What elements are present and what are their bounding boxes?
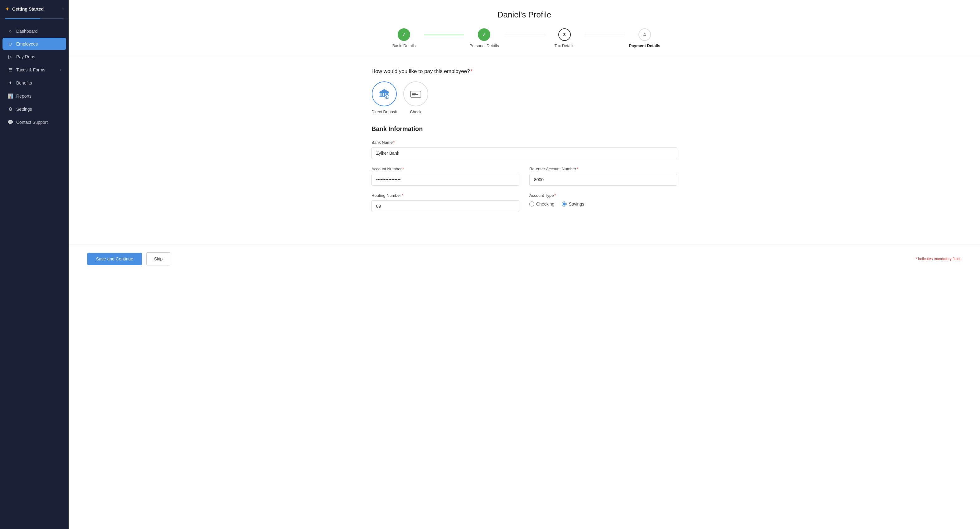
sidebar-label-dashboard: Dashboard: [16, 29, 38, 34]
step-connector-2: [504, 35, 544, 35]
svg-rect-12: [412, 94, 418, 95]
sidebar-item-contact-support[interactable]: 💬 Contact Support: [3, 116, 66, 129]
sidebar-header: ✦ Getting Started ›: [0, 0, 68, 18]
step-basic-details: ✓ Basic Details: [384, 29, 424, 48]
sidebar-progress-bar-container: [5, 18, 64, 19]
sidebar-progress-fill: [5, 18, 40, 19]
sidebar-item-reports[interactable]: 📊 Reports: [3, 90, 66, 102]
routing-number-label: Routing Number*: [371, 193, 519, 198]
account-number-input[interactable]: [371, 174, 519, 186]
form-footer: Save and Continue Skip * indicates manda…: [68, 245, 980, 273]
account-type-group: Account Type* Checking Savings: [529, 193, 677, 212]
check-circle[interactable]: [403, 81, 428, 106]
re-enter-account-label: Re-enter Account Number*: [529, 167, 677, 171]
routing-number-group: Routing Number*: [371, 193, 519, 212]
sidebar-icon-reports: 📊: [8, 93, 13, 99]
direct-deposit-label: Direct Deposit: [371, 110, 397, 114]
account-number-group: Account Number*: [371, 167, 519, 186]
step-circle-4: 4: [638, 29, 651, 41]
step-personal-details: ✓ Personal Details: [464, 29, 504, 48]
sidebar-icon-taxes-forms: ☰: [8, 67, 13, 73]
save-continue-button[interactable]: Save and Continue: [88, 253, 142, 265]
sidebar-icon-contact-support: 💬: [8, 120, 13, 125]
svg-rect-2: [380, 93, 382, 96]
sidebar-item-taxes-forms[interactable]: ☰ Taxes & Forms ›: [3, 64, 66, 76]
radio-checking[interactable]: Checking: [529, 201, 554, 207]
sidebar-label-settings: Settings: [16, 107, 32, 112]
stepper: ✓ Basic Details ✓ Personal Details 3 Tax…: [384, 29, 665, 51]
sidebar-label-pay-runs: Pay Runs: [16, 54, 35, 59]
account-number-label: Account Number*: [371, 167, 519, 171]
sidebar-icon-employees: ☺: [8, 41, 13, 46]
bank-name-input[interactable]: [371, 147, 677, 159]
direct-deposit-circle[interactable]: $: [372, 81, 397, 106]
radio-savings-input[interactable]: [562, 201, 567, 207]
radio-savings[interactable]: Savings: [562, 201, 584, 207]
bank-info-title: Bank Information: [371, 125, 677, 132]
sidebar-icon-benefits: ✦: [8, 80, 13, 86]
sidebar-label-employees: Employees: [16, 41, 38, 46]
routing-type-row: Routing Number* Account Type* Checking S…: [371, 193, 677, 220]
sidebar-icon-settings: ⚙: [8, 106, 13, 112]
sidebar-label-reports: Reports: [16, 94, 32, 99]
svg-rect-3: [382, 93, 383, 96]
svg-rect-13: [412, 96, 415, 96]
svg-rect-0: [379, 92, 389, 93]
sidebar-icon-pay-runs: ▷: [8, 54, 13, 60]
sidebar-nav: ○ Dashboard ☺ Employees ▷ Pay Runs ☰ Tax…: [0, 21, 68, 529]
step-connector-1: [424, 35, 465, 35]
page-title: Daniel's Profile: [75, 10, 974, 20]
svg-rect-11: [412, 93, 416, 94]
sidebar: ✦ Getting Started › ○ Dashboard ☺ Employ…: [0, 0, 68, 529]
sidebar-item-settings[interactable]: ⚙ Settings: [3, 103, 66, 115]
step-circle-2: ✓: [478, 29, 490, 41]
mandatory-note: * indicates mandatory fields: [915, 257, 961, 261]
account-row: Account Number* Re-enter Account Number*: [371, 167, 677, 193]
skip-button[interactable]: Skip: [146, 252, 170, 265]
account-type-label: Account Type*: [529, 193, 677, 198]
step-label-3: Tax Details: [555, 43, 574, 48]
re-enter-account-input[interactable]: [529, 174, 677, 186]
routing-number-input[interactable]: [371, 200, 519, 212]
pay-option-check[interactable]: Check: [403, 81, 428, 114]
sidebar-app-name: Getting Started: [12, 6, 44, 11]
step-label-1: Basic Details: [392, 43, 416, 48]
step-tax-details: 3 Tax Details: [544, 29, 584, 48]
sidebar-label-taxes-forms: Taxes & Forms: [16, 67, 45, 72]
bank-icon: $: [377, 87, 391, 101]
sidebar-label-contact-support: Contact Support: [16, 120, 48, 125]
required-star: *: [471, 68, 473, 74]
sidebar-item-pay-runs[interactable]: ▷ Pay Runs: [3, 51, 66, 63]
pay-question: How would you like to pay this employee?…: [371, 68, 677, 75]
check-label: Check: [410, 110, 422, 114]
step-circle-1: ✓: [398, 29, 410, 41]
step-connector-3: [584, 35, 625, 35]
sidebar-icon-dashboard: ○: [8, 29, 13, 34]
bank-name-label: Bank Name*: [371, 140, 677, 145]
step-circle-3: 3: [558, 29, 571, 41]
page-header: Daniel's Profile ✓ Basic Details ✓ Perso…: [68, 0, 980, 57]
svg-rect-4: [384, 93, 385, 96]
re-enter-account-group: Re-enter Account Number*: [529, 167, 677, 186]
radio-checking-input[interactable]: [529, 201, 534, 207]
bank-name-group: Bank Name*: [371, 140, 677, 159]
sidebar-chevron-icon: ›: [62, 7, 64, 11]
sidebar-item-dashboard[interactable]: ○ Dashboard: [3, 25, 66, 37]
sidebar-arrow-taxes-forms: ›: [60, 68, 61, 72]
sidebar-header-left: ✦ Getting Started: [5, 6, 44, 13]
check-icon: [409, 87, 423, 101]
pay-options: $ Direct Deposit Check: [371, 81, 677, 114]
step-payment-details: 4 Payment Details: [624, 29, 665, 48]
main-content: Daniel's Profile ✓ Basic Details ✓ Perso…: [68, 0, 980, 529]
step-label-2: Personal Details: [469, 43, 499, 48]
pay-option-direct-deposit[interactable]: $ Direct Deposit: [371, 81, 397, 114]
sidebar-item-benefits[interactable]: ✦ Benefits: [3, 77, 66, 89]
sidebar-label-benefits: Benefits: [16, 80, 32, 86]
account-type-options: Checking Savings: [529, 201, 677, 207]
svg-marker-7: [379, 89, 389, 92]
logo-icon: ✦: [5, 6, 10, 13]
step-label-4: Payment Details: [629, 43, 660, 48]
sidebar-item-employees[interactable]: ☺ Employees: [3, 38, 66, 50]
footer-left: Save and Continue Skip: [88, 252, 170, 265]
form-area: How would you like to pay this employee?…: [353, 57, 696, 245]
